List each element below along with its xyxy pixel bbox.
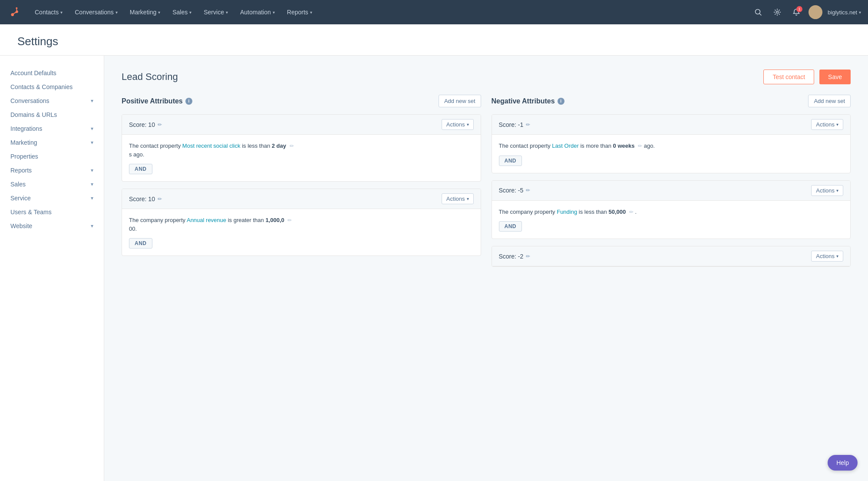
positive-score-card-2: Score: 10 ✏ Actions ▾ The company proper… bbox=[122, 189, 481, 256]
edit-score-icon[interactable]: ✏ bbox=[526, 187, 530, 193]
notification-count: 1 bbox=[796, 6, 802, 12]
sidebar-item-service[interactable]: Service ▾ bbox=[0, 191, 104, 205]
edit-condition-icon[interactable]: ✏ bbox=[638, 143, 642, 149]
sidebar-item-reports[interactable]: Reports ▾ bbox=[0, 163, 104, 177]
score-card-header: Score: -1 ✏ Actions ▾ bbox=[492, 115, 851, 135]
and-button-neg-2[interactable]: AND bbox=[499, 221, 522, 232]
nav-item-reports[interactable]: Reports ▾ bbox=[282, 5, 317, 19]
sidebar-item-sales[interactable]: Sales ▾ bbox=[0, 177, 104, 191]
sidebar-item-domains-urls[interactable]: Domains & URLs bbox=[0, 108, 104, 122]
chevron-down-icon: ▾ bbox=[60, 10, 63, 15]
test-contact-button[interactable]: Test contact bbox=[763, 70, 814, 84]
actions-button-pos-1[interactable]: Actions ▾ bbox=[442, 119, 474, 130]
negative-attributes-column: Negative Attributes i Add new set Score:… bbox=[492, 95, 851, 274]
actions-button-neg-2[interactable]: Actions ▾ bbox=[811, 185, 843, 196]
save-button[interactable]: Save bbox=[819, 70, 851, 84]
score-label: Score: -1 ✏ bbox=[499, 121, 531, 128]
svg-point-3 bbox=[776, 11, 779, 13]
score-card-body: The company property Annual revenue is g… bbox=[122, 209, 481, 255]
help-button[interactable]: Help bbox=[828, 455, 858, 471]
svg-point-4 bbox=[813, 8, 818, 13]
property-link[interactable]: Funding bbox=[557, 209, 577, 215]
section-title: Lead Scoring bbox=[122, 71, 178, 83]
sidebar-item-account-defaults[interactable]: Account Defaults bbox=[0, 66, 104, 80]
info-icon[interactable]: i bbox=[185, 98, 192, 105]
score-label: Score: 10 ✏ bbox=[129, 121, 162, 128]
positive-add-set-button[interactable]: Add new set bbox=[439, 95, 481, 107]
notifications-button[interactable]: 1 bbox=[789, 5, 803, 19]
actions-button-pos-2[interactable]: Actions ▾ bbox=[442, 193, 474, 204]
svg-point-5 bbox=[811, 14, 820, 19]
nav-item-service[interactable]: Service ▾ bbox=[198, 5, 233, 19]
and-button-neg-1[interactable]: AND bbox=[499, 156, 522, 166]
property-link[interactable]: Annual revenue bbox=[187, 217, 226, 223]
sidebar-item-conversations[interactable]: Conversations ▾ bbox=[0, 94, 104, 108]
chevron-down-icon: ▾ bbox=[836, 122, 838, 127]
sidebar-item-users-teams[interactable]: Users & Teams bbox=[0, 205, 104, 219]
chevron-down-icon: ▾ bbox=[91, 139, 93, 146]
actions-button-neg-3[interactable]: Actions ▾ bbox=[811, 251, 843, 262]
sidebar-item-marketing[interactable]: Marketing ▾ bbox=[0, 136, 104, 149]
settings-button[interactable] bbox=[770, 5, 784, 19]
edit-score-icon[interactable]: ✏ bbox=[158, 196, 162, 202]
sidebar-item-integrations[interactable]: Integrations ▾ bbox=[0, 122, 104, 136]
condition-text: The contact property Last Order is more … bbox=[499, 142, 844, 150]
score-card-header: Score: -2 ✏ Actions ▾ bbox=[492, 246, 851, 266]
edit-score-icon[interactable]: ✏ bbox=[526, 122, 530, 128]
score-label: Score: -5 ✏ bbox=[499, 187, 531, 194]
score-card-body: The contact property Last Order is more … bbox=[492, 135, 851, 173]
negative-add-set-button[interactable]: Add new set bbox=[808, 95, 851, 107]
chevron-down-icon: ▾ bbox=[91, 223, 93, 229]
top-navigation: Contacts ▾ Conversations ▾ Marketing ▾ S… bbox=[0, 0, 868, 24]
svg-rect-0 bbox=[7, 4, 23, 20]
score-card-header: Score: 10 ✏ Actions ▾ bbox=[122, 115, 481, 135]
chevron-down-icon: ▾ bbox=[310, 10, 312, 15]
score-card-body: The contact property Most recent social … bbox=[122, 135, 481, 181]
negative-score-card-1: Score: -1 ✏ Actions ▾ The contact proper… bbox=[492, 114, 851, 173]
svg-line-2 bbox=[760, 14, 762, 16]
page-container: Settings Account Defaults Contacts & Com… bbox=[0, 24, 868, 481]
condition-text: The company property Funding is less tha… bbox=[499, 208, 844, 216]
chevron-down-icon: ▾ bbox=[467, 196, 469, 201]
chevron-down-icon: ▾ bbox=[467, 122, 469, 127]
edit-condition-icon[interactable]: ✏ bbox=[629, 209, 634, 215]
chevron-down-icon: ▾ bbox=[91, 167, 93, 173]
property-link[interactable]: Last Order bbox=[552, 143, 578, 149]
and-button-pos-1[interactable]: AND bbox=[129, 164, 152, 174]
score-card-header: Score: -5 ✏ Actions ▾ bbox=[492, 181, 851, 201]
score-label: Score: 10 ✏ bbox=[129, 196, 162, 202]
nav-item-sales[interactable]: Sales ▾ bbox=[167, 5, 197, 19]
account-name[interactable]: biglytics.net ▾ bbox=[828, 9, 861, 16]
sidebar-item-properties[interactable]: Properties bbox=[0, 149, 104, 163]
user-avatar[interactable] bbox=[809, 5, 822, 19]
nav-item-contacts[interactable]: Contacts ▾ bbox=[30, 5, 68, 19]
chevron-down-icon: ▾ bbox=[836, 254, 838, 259]
score-card-header: Score: 10 ✏ Actions ▾ bbox=[122, 189, 481, 209]
search-button[interactable] bbox=[751, 5, 765, 19]
nav-item-marketing[interactable]: Marketing ▾ bbox=[125, 5, 165, 19]
property-link[interactable]: Most recent social click bbox=[182, 143, 241, 149]
header-buttons: Test contact Save bbox=[763, 70, 851, 84]
attributes-grid: Positive Attributes i Add new set Score:… bbox=[122, 95, 851, 274]
sidebar-item-website[interactable]: Website ▾ bbox=[0, 219, 104, 233]
hubspot-logo[interactable] bbox=[7, 4, 23, 20]
condition-text: The company property Annual revenue is g… bbox=[129, 216, 474, 233]
info-icon[interactable]: i bbox=[558, 98, 564, 105]
edit-score-icon[interactable]: ✏ bbox=[526, 253, 530, 259]
negative-score-card-3: Score: -2 ✏ Actions ▾ bbox=[492, 246, 851, 267]
nav-right-actions: 1 biglytics.net ▾ bbox=[751, 5, 861, 19]
negative-score-card-2: Score: -5 ✏ Actions ▾ The company proper… bbox=[492, 180, 851, 239]
content-header: Lead Scoring Test contact Save bbox=[122, 70, 851, 84]
nav-item-conversations[interactable]: Conversations ▾ bbox=[69, 5, 123, 19]
main-content: Lead Scoring Test contact Save Positive … bbox=[104, 56, 868, 481]
edit-score-icon[interactable]: ✏ bbox=[158, 122, 162, 128]
negative-attributes-title: Negative Attributes i bbox=[492, 97, 564, 105]
sidebar-item-contacts-companies[interactable]: Contacts & Companies bbox=[0, 80, 104, 94]
actions-button-neg-1[interactable]: Actions ▾ bbox=[811, 119, 843, 130]
settings-sidebar: Account Defaults Contacts & Companies Co… bbox=[0, 56, 104, 481]
edit-condition-icon[interactable]: ✏ bbox=[290, 143, 294, 149]
and-button-pos-2[interactable]: AND bbox=[129, 238, 152, 249]
chevron-down-icon: ▾ bbox=[91, 98, 93, 104]
edit-condition-icon[interactable]: ✏ bbox=[287, 217, 292, 223]
nav-item-automation[interactable]: Automation ▾ bbox=[235, 5, 280, 19]
